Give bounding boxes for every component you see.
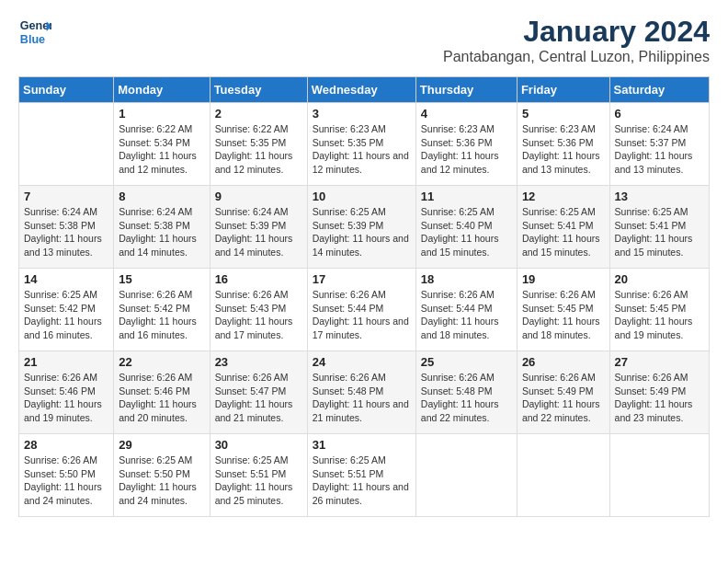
svg-text:Blue: Blue [20,33,45,46]
calendar-cell: 11Sunrise: 6:25 AMSunset: 5:40 PMDayligh… [415,186,517,269]
day-info: Sunrise: 6:26 AMSunset: 5:46 PMDaylight:… [24,371,108,425]
weekday-header: Monday [114,77,210,103]
day-info: Sunrise: 6:26 AMSunset: 5:46 PMDaylight:… [119,371,204,425]
day-info: Sunrise: 6:23 AMSunset: 5:36 PMDaylight:… [522,122,605,177]
calendar-cell: 18Sunrise: 6:26 AMSunset: 5:44 PMDayligh… [415,269,517,351]
day-info: Sunrise: 6:25 AMSunset: 5:42 PMDaylight:… [24,288,108,342]
day-info: Sunrise: 6:26 AMSunset: 5:50 PMDaylight:… [24,454,108,508]
day-info: Sunrise: 6:26 AMSunset: 5:45 PMDaylight:… [615,288,704,342]
day-number: 30 [215,438,302,452]
day-info: Sunrise: 6:23 AMSunset: 5:35 PMDaylight:… [313,122,411,177]
day-info: Sunrise: 6:24 AMSunset: 5:37 PMDaylight:… [615,122,704,177]
calendar-cell: 21Sunrise: 6:26 AMSunset: 5:46 PMDayligh… [19,351,114,434]
day-number: 19 [522,272,605,286]
day-number: 15 [119,272,204,286]
day-info: Sunrise: 6:25 AMSunset: 5:41 PMDaylight:… [522,205,605,259]
day-number: 16 [215,272,302,286]
calendar-cell: 1Sunrise: 6:22 AMSunset: 5:34 PMDaylight… [114,103,210,186]
day-info: Sunrise: 6:25 AMSunset: 5:41 PMDaylight:… [615,205,704,259]
day-info: Sunrise: 6:25 AMSunset: 5:39 PMDaylight:… [313,205,411,259]
day-number: 1 [119,107,204,121]
day-number: 26 [522,355,605,369]
calendar-cell [609,434,709,517]
day-info: Sunrise: 6:26 AMSunset: 5:48 PMDaylight:… [313,371,411,425]
calendar-cell: 23Sunrise: 6:26 AMSunset: 5:47 PMDayligh… [210,351,307,434]
calendar-week-row: 14Sunrise: 6:25 AMSunset: 5:42 PMDayligh… [19,269,710,351]
calendar-cell: 15Sunrise: 6:26 AMSunset: 5:42 PMDayligh… [114,269,210,351]
day-number: 14 [24,272,108,286]
day-info: Sunrise: 6:26 AMSunset: 5:49 PMDaylight:… [615,371,704,425]
day-number: 27 [615,355,704,369]
day-number: 13 [615,190,704,203]
title-area: January 2024 Pantabangan, Central Luzon,… [443,15,710,65]
day-number: 24 [313,355,411,369]
day-number: 17 [313,272,411,286]
day-info: Sunrise: 6:24 AMSunset: 5:38 PMDaylight:… [24,205,108,259]
day-info: Sunrise: 6:26 AMSunset: 5:49 PMDaylight:… [522,371,605,425]
calendar-header-row: SundayMondayTuesdayWednesdayThursdayFrid… [19,77,710,103]
weekday-header: Wednesday [307,77,415,103]
calendar-cell: 5Sunrise: 6:23 AMSunset: 5:36 PMDaylight… [517,103,609,186]
page-title: January 2024 [443,15,710,49]
calendar-week-row: 7Sunrise: 6:24 AMSunset: 5:38 PMDaylight… [19,186,710,269]
weekday-header: Sunday [19,77,114,103]
calendar-cell: 6Sunrise: 6:24 AMSunset: 5:37 PMDaylight… [609,103,709,186]
weekday-header: Saturday [609,77,709,103]
calendar-cell: 31Sunrise: 6:25 AMSunset: 5:51 PMDayligh… [307,434,415,517]
weekday-header: Thursday [415,77,517,103]
calendar-table: SundayMondayTuesdayWednesdayThursdayFrid… [18,76,710,517]
day-info: Sunrise: 6:25 AMSunset: 5:50 PMDaylight:… [119,454,204,508]
logo: General Blue [18,15,51,48]
day-info: Sunrise: 6:26 AMSunset: 5:44 PMDaylight:… [421,288,512,342]
calendar-cell: 25Sunrise: 6:26 AMSunset: 5:48 PMDayligh… [415,351,517,434]
day-info: Sunrise: 6:26 AMSunset: 5:45 PMDaylight:… [522,288,605,342]
calendar-cell: 16Sunrise: 6:26 AMSunset: 5:43 PMDayligh… [210,269,307,351]
day-number: 31 [313,438,411,452]
day-info: Sunrise: 6:25 AMSunset: 5:51 PMDaylight:… [313,454,411,508]
day-info: Sunrise: 6:26 AMSunset: 5:47 PMDaylight:… [215,371,302,425]
day-info: Sunrise: 6:26 AMSunset: 5:43 PMDaylight:… [215,288,302,342]
calendar-cell: 29Sunrise: 6:25 AMSunset: 5:50 PMDayligh… [114,434,210,517]
day-info: Sunrise: 6:24 AMSunset: 5:38 PMDaylight:… [119,205,204,259]
day-number: 21 [24,355,108,369]
day-info: Sunrise: 6:22 AMSunset: 5:35 PMDaylight:… [215,122,302,177]
calendar-week-row: 21Sunrise: 6:26 AMSunset: 5:46 PMDayligh… [19,351,710,434]
calendar-cell: 12Sunrise: 6:25 AMSunset: 5:41 PMDayligh… [517,186,609,269]
calendar-cell: 14Sunrise: 6:25 AMSunset: 5:42 PMDayligh… [19,269,114,351]
day-number: 11 [421,190,512,203]
day-info: Sunrise: 6:25 AMSunset: 5:40 PMDaylight:… [421,205,512,259]
calendar-cell: 13Sunrise: 6:25 AMSunset: 5:41 PMDayligh… [609,186,709,269]
calendar-cell: 24Sunrise: 6:26 AMSunset: 5:48 PMDayligh… [307,351,415,434]
day-number: 6 [615,107,704,121]
weekday-header: Friday [517,77,609,103]
calendar-cell: 3Sunrise: 6:23 AMSunset: 5:35 PMDaylight… [307,103,415,186]
day-number: 8 [119,190,204,203]
page-header: General Blue January 2024 Pantabangan, C… [18,15,710,65]
day-number: 2 [215,107,302,121]
calendar-cell: 17Sunrise: 6:26 AMSunset: 5:44 PMDayligh… [307,269,415,351]
day-number: 12 [522,190,605,203]
calendar-cell: 20Sunrise: 6:26 AMSunset: 5:45 PMDayligh… [609,269,709,351]
day-number: 25 [421,355,512,369]
calendar-cell: 9Sunrise: 6:24 AMSunset: 5:39 PMDaylight… [210,186,307,269]
calendar-cell: 30Sunrise: 6:25 AMSunset: 5:51 PMDayligh… [210,434,307,517]
calendar-cell: 22Sunrise: 6:26 AMSunset: 5:46 PMDayligh… [114,351,210,434]
calendar-cell: 28Sunrise: 6:26 AMSunset: 5:50 PMDayligh… [19,434,114,517]
day-number: 22 [119,355,204,369]
day-info: Sunrise: 6:22 AMSunset: 5:34 PMDaylight:… [119,122,204,177]
day-number: 18 [421,272,512,286]
day-info: Sunrise: 6:26 AMSunset: 5:44 PMDaylight:… [313,288,411,342]
calendar-cell: 2Sunrise: 6:22 AMSunset: 5:35 PMDaylight… [210,103,307,186]
day-number: 9 [215,190,302,203]
day-number: 3 [313,107,411,121]
day-info: Sunrise: 6:26 AMSunset: 5:42 PMDaylight:… [119,288,204,342]
calendar-cell: 27Sunrise: 6:26 AMSunset: 5:49 PMDayligh… [609,351,709,434]
calendar-cell: 19Sunrise: 6:26 AMSunset: 5:45 PMDayligh… [517,269,609,351]
calendar-cell [415,434,517,517]
calendar-cell: 10Sunrise: 6:25 AMSunset: 5:39 PMDayligh… [307,186,415,269]
day-info: Sunrise: 6:23 AMSunset: 5:36 PMDaylight:… [421,122,512,177]
calendar-cell: 8Sunrise: 6:24 AMSunset: 5:38 PMDaylight… [114,186,210,269]
calendar-week-row: 1Sunrise: 6:22 AMSunset: 5:34 PMDaylight… [19,103,710,186]
day-number: 29 [119,438,204,452]
calendar-cell: 4Sunrise: 6:23 AMSunset: 5:36 PMDaylight… [415,103,517,186]
